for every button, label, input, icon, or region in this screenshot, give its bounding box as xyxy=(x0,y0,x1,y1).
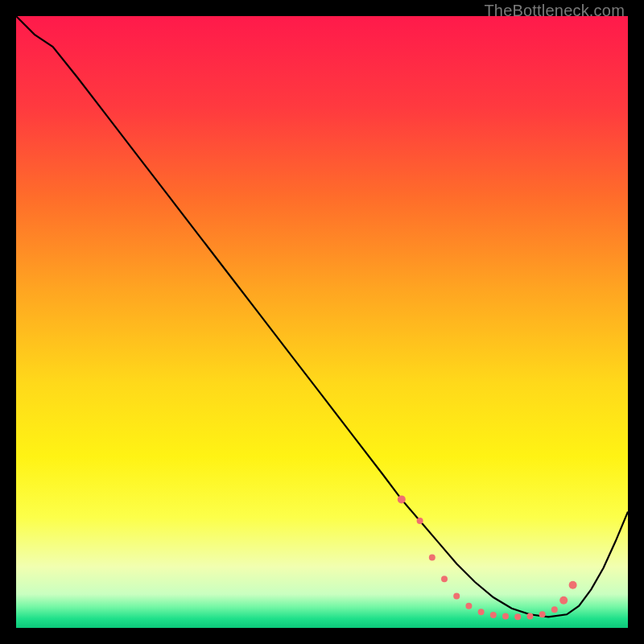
chart-frame xyxy=(16,16,628,628)
marker-dot xyxy=(514,613,521,620)
marker-dot xyxy=(465,603,472,609)
marker-dot xyxy=(453,592,460,599)
marker-dot xyxy=(478,609,485,615)
marker-dot xyxy=(526,613,533,620)
marker-dot xyxy=(502,613,509,620)
marker-dot xyxy=(569,581,577,589)
marker-dot xyxy=(559,597,568,605)
marker-dot xyxy=(429,555,436,561)
bottleneck-chart xyxy=(16,16,628,628)
marker-dot xyxy=(539,611,546,617)
marker-dot xyxy=(551,606,558,613)
marker-dot xyxy=(417,518,423,524)
marker-dot xyxy=(398,495,406,503)
gradient-background xyxy=(16,16,628,628)
marker-dot xyxy=(441,576,448,582)
marker-dot xyxy=(490,612,497,618)
